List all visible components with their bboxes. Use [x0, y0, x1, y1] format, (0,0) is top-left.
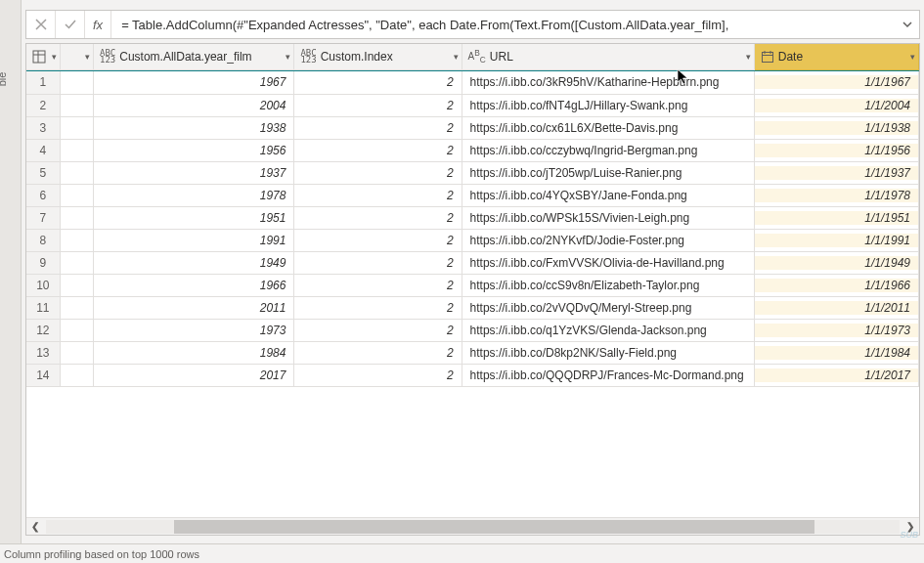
index-cell[interactable]: 2	[294, 364, 462, 386]
year-cell[interactable]: 1966	[93, 274, 293, 296]
horizontal-scrollbar[interactable]: ❮ ❯	[26, 517, 919, 535]
table-row[interactable]: 419562https://i.ibb.co/cczybwq/Ingrid-Be…	[26, 139, 919, 161]
table-row[interactable]: 1219732https://i.ibb.co/q1YzVKS/Glenda-J…	[26, 319, 919, 341]
row-number[interactable]: 4	[26, 139, 60, 161]
column-header-url[interactable]: ABC URL ▾	[462, 44, 754, 69]
index-cell[interactable]: 2	[294, 139, 462, 161]
index-cell[interactable]: 2	[294, 296, 462, 319]
year-cell[interactable]: 1949	[93, 251, 293, 274]
blank-cell[interactable]	[60, 364, 93, 386]
year-cell[interactable]: 1978	[93, 184, 293, 206]
column-header-date[interactable]: Date ▾	[754, 44, 918, 69]
date-cell[interactable]: 1/1/2004	[754, 94, 918, 116]
table-row[interactable]: 719512https://i.ibb.co/WPSk15S/Vivien-Le…	[26, 206, 919, 229]
formula-input[interactable]	[111, 11, 896, 38]
confirm-icon[interactable]	[56, 11, 85, 38]
row-number[interactable]: 12	[26, 319, 60, 341]
url-cell[interactable]: https://i.ibb.co/cx61L6X/Bette-Davis.png	[462, 116, 754, 139]
date-cell[interactable]: 1/1/1984	[754, 341, 918, 364]
index-cell[interactable]: 2	[294, 319, 462, 341]
url-cell[interactable]: https://i.ibb.co/ccS9v8n/Elizabeth-Taylo…	[462, 274, 754, 296]
table-row[interactable]: 819912https://i.ibb.co/2NYKvfD/Jodie-Fos…	[26, 229, 919, 251]
chevron-down-icon[interactable]: ▾	[85, 52, 90, 62]
row-number[interactable]: 2	[26, 94, 60, 116]
date-cell[interactable]: 1/1/1966	[754, 274, 918, 296]
year-cell[interactable]: 1938	[93, 116, 293, 139]
year-cell[interactable]: 2017	[93, 364, 293, 386]
table-row[interactable]: 1420172https://i.ibb.co/QQQDRPJ/Frances-…	[26, 364, 919, 386]
row-number[interactable]: 14	[26, 364, 60, 386]
row-number[interactable]: 5	[26, 161, 60, 184]
blank-cell[interactable]	[60, 161, 93, 184]
table-row[interactable]: 119672https://i.ibb.co/3kR95hV/Katharine…	[26, 71, 919, 94]
year-cell[interactable]: 1937	[93, 161, 293, 184]
index-cell[interactable]: 2	[294, 161, 462, 184]
scroll-track[interactable]	[46, 520, 900, 534]
url-cell[interactable]: https://i.ibb.co/2NYKvfD/Jodie-Foster.pn…	[462, 229, 754, 251]
blank-column-header[interactable]: ▾	[60, 44, 93, 69]
index-cell[interactable]: 2	[294, 206, 462, 229]
table-row[interactable]: 1120112https://i.ibb.co/2vVQDvQ/Meryl-St…	[26, 296, 919, 319]
table-row[interactable]: 220042https://i.ibb.co/fNT4gLJ/Hillary-S…	[26, 94, 919, 116]
blank-cell[interactable]	[60, 94, 93, 116]
url-cell[interactable]: https://i.ibb.co/3kR95hV/Katharine-Hepbu…	[462, 71, 754, 94]
blank-cell[interactable]	[60, 184, 93, 206]
date-cell[interactable]: 1/1/2017	[754, 364, 918, 386]
url-cell[interactable]: https://i.ibb.co/QQQDRPJ/Frances-Mc-Dorm…	[462, 364, 754, 386]
blank-cell[interactable]	[60, 71, 93, 94]
blank-cell[interactable]	[60, 206, 93, 229]
table-row[interactable]: 1319842https://i.ibb.co/D8kp2NK/Sally-Fi…	[26, 341, 919, 364]
blank-cell[interactable]	[60, 139, 93, 161]
index-cell[interactable]: 2	[294, 229, 462, 251]
table-row[interactable]: 1019662https://i.ibb.co/ccS9v8n/Elizabet…	[26, 274, 919, 296]
year-cell[interactable]: 2011	[93, 296, 293, 319]
blank-cell[interactable]	[60, 229, 93, 251]
url-cell[interactable]: https://i.ibb.co/WPSk15S/Vivien-Leigh.pn…	[462, 206, 754, 229]
table-row[interactable]: 519372https://i.ibb.co/jT205wp/Luise-Ran…	[26, 161, 919, 184]
blank-cell[interactable]	[60, 274, 93, 296]
row-number[interactable]: 11	[26, 296, 60, 319]
year-cell[interactable]: 1973	[93, 319, 293, 341]
blank-cell[interactable]	[60, 296, 93, 319]
url-cell[interactable]: https://i.ibb.co/jT205wp/Luise-Ranier.pn…	[462, 161, 754, 184]
url-cell[interactable]: https://i.ibb.co/2vVQDvQ/Meryl-Streep.pn…	[462, 296, 754, 319]
index-cell[interactable]: 2	[294, 251, 462, 274]
date-cell[interactable]: 1/1/1991	[754, 229, 918, 251]
table-row[interactable]: 319382https://i.ibb.co/cx61L6X/Bette-Dav…	[26, 116, 919, 139]
date-cell[interactable]: 1/1/1956	[754, 139, 918, 161]
date-cell[interactable]: 1/1/1938	[754, 116, 918, 139]
row-number[interactable]: 3	[26, 116, 60, 139]
url-cell[interactable]: https://i.ibb.co/4YQxSBY/Jane-Fonda.png	[462, 184, 754, 206]
row-number[interactable]: 1	[26, 71, 60, 94]
table-row[interactable]: 619782https://i.ibb.co/4YQxSBY/Jane-Fond…	[26, 184, 919, 206]
year-cell[interactable]: 1984	[93, 341, 293, 364]
cancel-icon[interactable]	[26, 11, 56, 38]
date-cell[interactable]: 1/1/1949	[754, 251, 918, 274]
index-cell[interactable]: 2	[294, 184, 462, 206]
url-cell[interactable]: https://i.ibb.co/fNT4gLJ/Hillary-Swank.p…	[462, 94, 754, 116]
column-header-index[interactable]: ABC123 Custom.Index ▾	[294, 44, 462, 69]
table-options-header[interactable]: ▾	[26, 44, 60, 69]
index-cell[interactable]: 2	[294, 274, 462, 296]
chevron-down-icon[interactable]: ▾	[910, 52, 915, 62]
year-cell[interactable]: 1951	[93, 206, 293, 229]
url-cell[interactable]: https://i.ibb.co/FxmVVSK/Olivia-de-Havil…	[462, 251, 754, 274]
date-cell[interactable]: 1/1/2011	[754, 296, 918, 319]
row-number[interactable]: 13	[26, 341, 60, 364]
row-number[interactable]: 6	[26, 184, 60, 206]
index-cell[interactable]: 2	[294, 71, 462, 94]
year-cell[interactable]: 1956	[93, 139, 293, 161]
date-cell[interactable]: 1/1/1973	[754, 319, 918, 341]
row-number[interactable]: 7	[26, 206, 60, 229]
date-cell[interactable]: 1/1/1937	[754, 161, 918, 184]
formula-dropdown-icon[interactable]	[896, 19, 919, 30]
year-cell[interactable]: 1967	[93, 71, 293, 94]
scroll-thumb[interactable]	[174, 520, 814, 534]
date-cell[interactable]: 1/1/1967	[754, 71, 918, 94]
url-cell[interactable]: https://i.ibb.co/q1YzVKS/Glenda-Jackson.…	[462, 319, 754, 341]
chevron-down-icon[interactable]: ▾	[286, 52, 290, 62]
blank-cell[interactable]	[60, 116, 93, 139]
url-cell[interactable]: https://i.ibb.co/D8kp2NK/Sally-Field.png	[462, 341, 754, 364]
scroll-left-icon[interactable]: ❮	[26, 521, 44, 532]
row-number[interactable]: 9	[26, 251, 60, 274]
